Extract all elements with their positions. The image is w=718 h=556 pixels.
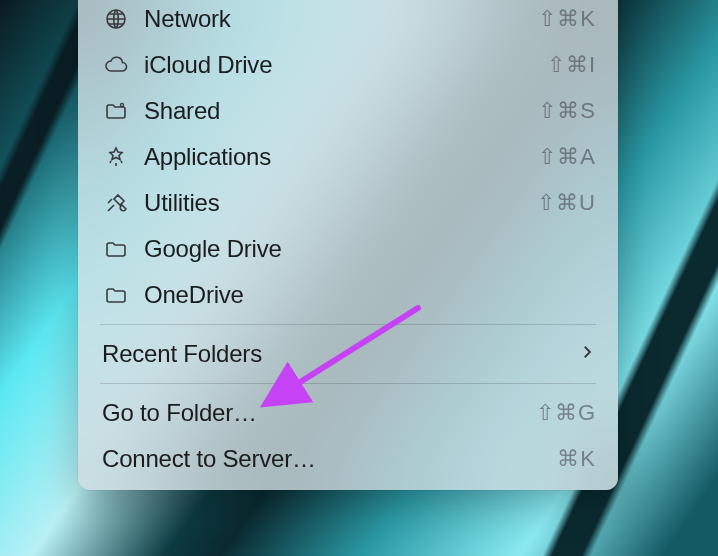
menu-shortcut: ⇧⌘I (547, 52, 596, 78)
menu-item-label: Go to Folder… (102, 399, 536, 427)
menu-item-onedrive[interactable]: OneDrive (78, 272, 618, 318)
menu-item-label: Google Drive (144, 235, 596, 263)
menu-item-applications[interactable]: Applications ⇧⌘A (78, 134, 618, 180)
menu-item-label: Shared (144, 97, 538, 125)
menu-item-label: iCloud Drive (144, 51, 547, 79)
menu-item-google-drive[interactable]: Google Drive (78, 226, 618, 272)
applications-icon (102, 145, 130, 169)
menu-item-label: Network (144, 5, 538, 33)
menu-item-recent-folders[interactable]: Recent Folders (78, 331, 618, 377)
globe-icon (102, 7, 130, 31)
menu-shortcut: ⇧⌘S (538, 98, 596, 124)
menu-item-go-to-folder[interactable]: Go to Folder… ⇧⌘G (78, 390, 618, 436)
menu-item-label: OneDrive (144, 281, 596, 309)
menu-item-label: Utilities (144, 189, 537, 217)
chevron-right-icon (578, 341, 596, 367)
finder-go-menu: Network ⇧⌘K iCloud Drive ⇧⌘I Shared ⇧⌘S … (78, 0, 618, 490)
menu-shortcut: ⇧⌘A (538, 144, 596, 170)
folder-icon (102, 283, 130, 307)
menu-shortcut: ⇧⌘U (537, 190, 596, 216)
utilities-icon (102, 191, 130, 215)
shared-folder-icon (102, 99, 130, 123)
menu-item-network[interactable]: Network ⇧⌘K (78, 0, 618, 42)
folder-icon (102, 237, 130, 261)
menu-divider (100, 383, 596, 384)
menu-item-connect-to-server[interactable]: Connect to Server… ⌘K (78, 436, 618, 482)
menu-shortcut: ⌘K (557, 446, 596, 472)
menu-item-shared[interactable]: Shared ⇧⌘S (78, 88, 618, 134)
menu-item-utilities[interactable]: Utilities ⇧⌘U (78, 180, 618, 226)
menu-shortcut: ⇧⌘K (538, 6, 596, 32)
menu-item-label: Connect to Server… (102, 445, 557, 473)
menu-divider (100, 324, 596, 325)
menu-item-label: Applications (144, 143, 538, 171)
cloud-icon (102, 53, 130, 77)
menu-item-icloud[interactable]: iCloud Drive ⇧⌘I (78, 42, 618, 88)
menu-shortcut: ⇧⌘G (536, 400, 596, 426)
menu-item-label: Recent Folders (102, 340, 578, 368)
